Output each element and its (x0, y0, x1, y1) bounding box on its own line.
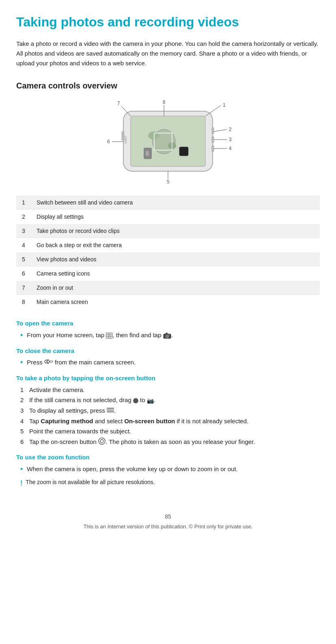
apps-grid-icon (106, 333, 112, 338)
zoom-note-text: The zoom is not available for all pictur… (26, 478, 155, 487)
table-cell-desc: Zoom in or out (31, 281, 320, 295)
step-5: 5 Point the camera towards the subject. (20, 427, 320, 436)
open-camera-text: From your Home screen, tap , then find a… (27, 331, 173, 340)
photo-tap-steps: 1 Activate the camera. 2 If the still ca… (20, 386, 320, 448)
table-cell-desc: Go back a step or exit the camera (31, 238, 320, 252)
step-num-1: 1 (20, 386, 29, 395)
close-camera-heading: To close the camera (16, 347, 320, 356)
camera-diagram: SONY 1 2 3 4 5 6 7 8 (16, 99, 320, 188)
table-cell-desc: Switch between still and video camera (31, 196, 320, 210)
zoom-text: When the camera is open, press the volum… (27, 465, 237, 474)
footer-text: This is an Internet version of this publ… (16, 523, 320, 531)
svg-text:3: 3 (229, 137, 232, 142)
close-camera-section: To close the camera • Press from the mai… (16, 347, 320, 368)
svg-text:SONY: SONY (124, 136, 127, 144)
step-num-5: 5 (20, 427, 29, 436)
back-button-icon (44, 358, 53, 368)
controls-table: 1Switch between still and video camera2D… (16, 196, 320, 309)
photo-tap-section: To take a photo by tapping the on-screen… (16, 374, 320, 447)
step-num-2: 2 (20, 396, 29, 405)
svg-rect-13 (212, 145, 214, 152)
table-cell-num: 2 (16, 210, 31, 224)
svg-point-3 (148, 131, 159, 140)
page-footer: 85 This is an Internet version of this p… (16, 513, 320, 531)
table-row: 5View photos and videos (16, 252, 320, 267)
table-row: 2Display all settings (16, 210, 320, 224)
table-cell-num: 3 (16, 224, 31, 238)
table-cell-num: 8 (16, 295, 31, 309)
step-num-4: 4 (20, 417, 29, 426)
step-num-3: 3 (20, 406, 29, 416)
open-camera-section: To open the camera • From your Home scre… (16, 319, 320, 341)
table-cell-num: 5 (16, 252, 31, 267)
step-text-4: Tap Capturing method and select On-scree… (29, 417, 248, 426)
step-6: 6 Tap the on-screen button . The photo i… (20, 437, 320, 448)
step-3: 3 To display all settings, press . (20, 406, 320, 416)
svg-text:7: 7 (117, 101, 120, 106)
zoom-heading: To use the zoom function (16, 453, 320, 462)
bullet-dot2: • (20, 357, 23, 368)
svg-point-36 (166, 336, 168, 337)
svg-text:5: 5 (167, 179, 170, 185)
svg-text:8: 8 (163, 99, 166, 105)
svg-text:2: 2 (229, 127, 232, 132)
settings-list-icon (107, 406, 114, 416)
zoom-section: To use the zoom function • When the came… (16, 453, 320, 488)
table-cell-num: 1 (16, 196, 31, 210)
table-row: 8Main camera screen (16, 295, 320, 309)
note-exclamation-icon: ! (20, 478, 22, 488)
zoom-note-block: ! The zoom is not available for all pict… (20, 478, 320, 488)
open-camera-heading: To open the camera (16, 319, 320, 328)
section1-heading: Camera controls overview (16, 80, 320, 92)
table-cell-num: 4 (16, 238, 31, 252)
svg-text:6: 6 (107, 139, 110, 144)
table-cell-desc: View photos and videos (31, 252, 320, 267)
step-2: 2 If the still camera is not selected, d… (20, 396, 320, 405)
svg-text:1: 1 (223, 102, 226, 108)
svg-line-14 (205, 106, 221, 116)
svg-rect-6 (146, 151, 149, 156)
step-text-1: Activate the camera. (29, 386, 85, 395)
onscreen-button-icon (98, 437, 106, 448)
svg-text:4: 4 (229, 146, 232, 151)
svg-rect-8 (179, 147, 188, 156)
open-camera-bullet: • From your Home screen, tap , then find… (20, 331, 320, 341)
intro-paragraph: Take a photo or record a video with the … (16, 39, 320, 68)
circle-drag-icon (133, 398, 138, 403)
table-cell-desc: Take photos or record video clips (31, 224, 320, 238)
page-title: Taking photos and recording videos (16, 12, 320, 32)
svg-line-16 (214, 129, 227, 131)
table-row: 3Take photos or record video clips (16, 224, 320, 238)
svg-rect-11 (212, 127, 214, 134)
camera-still-icon: 📷 (147, 396, 154, 405)
step-4: 4 Tap Capturing method and select On-scr… (20, 417, 320, 426)
svg-rect-12 (212, 136, 214, 143)
svg-point-44 (100, 439, 103, 443)
step-text-5: Point the camera towards the subject. (29, 427, 131, 436)
step-1: 1 Activate the camera. (20, 386, 320, 395)
svg-rect-38 (169, 334, 170, 335)
table-cell-num: 6 (16, 267, 31, 281)
table-row: 6Camera setting icons (16, 267, 320, 281)
bullet-dot3: • (20, 464, 23, 475)
svg-point-43 (99, 438, 105, 444)
table-cell-desc: Camera setting icons (31, 267, 320, 281)
camera-app-icon (163, 332, 171, 339)
table-cell-desc: Main camera screen (31, 295, 320, 309)
close-camera-text: Press from the main camera screen. (27, 358, 136, 367)
svg-rect-37 (166, 333, 168, 334)
close-camera-bullet: • Press from the main camera screen. (20, 358, 320, 368)
step-text-3: To display all settings, press . (29, 406, 116, 416)
photo-tap-heading: To take a photo by tapping the on-screen… (16, 374, 320, 383)
table-row: 4Go back a step or exit the camera (16, 238, 320, 252)
page-number: 85 (16, 513, 320, 521)
table-row: 7Zoom in or out (16, 281, 320, 295)
table-cell-num: 7 (16, 281, 31, 295)
step-text-6: Tap the on-screen button . The photo is … (29, 437, 255, 448)
zoom-bullet: • When the camera is open, press the vol… (20, 465, 320, 475)
step-text-2: If the still camera is not selected, dra… (29, 396, 155, 405)
table-row: 1Switch between still and video camera (16, 196, 320, 210)
step-num-6: 6 (20, 437, 29, 447)
bullet-dot: • (20, 330, 23, 341)
table-cell-desc: Display all settings (31, 210, 320, 224)
